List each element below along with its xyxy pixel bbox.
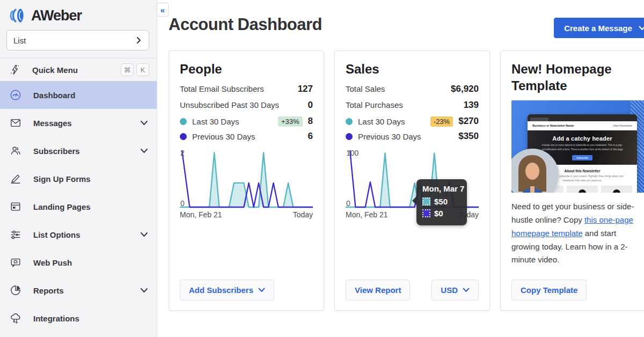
- legend-row: Last 30 Days -23% $270: [346, 116, 479, 127]
- tooltip-swatch-purple: [422, 209, 430, 217]
- promo-title: New! Homepage Template: [511, 61, 644, 94]
- pencil-icon: [9, 173, 22, 185]
- browser-chrome-bar: [528, 114, 637, 121]
- legend-dot-teal: [346, 118, 353, 125]
- legend-row: Last 30 Days +33% 8: [180, 116, 313, 127]
- quick-menu-label: Quick Menu: [32, 65, 118, 75]
- card-footer: View Report USD: [346, 280, 479, 301]
- mockup-subscribe-button: Subscribe: [572, 155, 592, 160]
- browser-window-icon: [9, 201, 22, 213]
- x-axis-start-label: Mon, Feb 21: [346, 210, 388, 219]
- sidebar-item-list-options[interactable]: List Options: [0, 221, 157, 248]
- homepage-template-card: New! Homepage Template Business or Newsl…: [500, 50, 644, 311]
- kbd-k-key: K: [136, 63, 149, 76]
- y-axis-tick: 0: [180, 199, 185, 208]
- sidebar-item-label: Messages: [33, 119, 140, 128]
- stat-label: Unsubscribed Past 30 Days: [180, 100, 279, 109]
- card-footer: Add Subscribers: [180, 280, 313, 301]
- sidebar-item-label: Landing Pages: [33, 202, 148, 211]
- stat-row: Total Purchases 139: [346, 100, 479, 111]
- dashboard-cards: People Total Email Subscribers 127 Unsub…: [157, 47, 644, 311]
- sales-card: Sales Total Sales $6,920 Total Purchases…: [334, 50, 490, 311]
- sidebar-item-label: Integrations: [33, 314, 148, 323]
- aweber-logo[interactable]: AWeber: [0, 0, 157, 29]
- chart-tooltip: Mon, Mar 7 $50 $0: [416, 179, 467, 225]
- logo-swirl-icon: [9, 7, 28, 24]
- legend-label: Previous 30 Days: [192, 132, 308, 141]
- chevron-down-icon: [140, 120, 148, 126]
- view-report-button[interactable]: View Report: [346, 280, 410, 301]
- sidebar-item-web-push[interactable]: Web Push: [0, 248, 157, 276]
- x-axis-labels: Mon, Feb 21 Today: [180, 210, 313, 219]
- quick-menu-item[interactable]: Quick Menu ⌘ K: [0, 58, 157, 81]
- y-axis-tick: 2: [180, 149, 185, 157]
- sidebar-item-landing-pages[interactable]: Landing Pages: [0, 193, 157, 221]
- legend-dot-purple: [346, 133, 353, 140]
- legend-row: Previous 30 Days $350: [346, 131, 479, 142]
- people-chart: 2 0 Mon, Feb 21 Today: [180, 150, 313, 219]
- sidebar-collapse-button[interactable]: «: [157, 3, 169, 17]
- sidebar-item-label: Dashboard: [33, 91, 148, 100]
- sidebar-item-label: List Options: [33, 230, 140, 239]
- tooltip-value: $50: [434, 197, 448, 206]
- copy-template-button[interactable]: Copy Template: [511, 280, 587, 301]
- arrow-circle-icon: ↑: [579, 189, 586, 193]
- stat-row: Total Email Subscribers 127: [180, 84, 313, 94]
- sidebar-item-subscribers[interactable]: Subscribers: [0, 137, 157, 165]
- people-icon: [9, 145, 22, 157]
- sidebar-item-label: Reports: [33, 286, 140, 295]
- mockup-nav-link: View Newsletter: [613, 124, 632, 127]
- legend-label: Last 30 Days: [192, 117, 278, 126]
- sidebar-item-reports[interactable]: Reports: [0, 276, 157, 304]
- chevron-down-icon: [140, 148, 148, 153]
- feature-cell: ↑: [567, 186, 598, 193]
- kbd-cmd-key: ⌘: [121, 63, 134, 76]
- tooltip-date: Mon, Mar 7: [422, 184, 461, 193]
- y-axis-tick: 0: [346, 199, 350, 208]
- card-title: People: [180, 61, 313, 77]
- legend-label: Last 30 Days: [358, 117, 430, 126]
- main-header: Account Dashboard Create a Message: [157, 0, 644, 47]
- sliders-icon: [9, 229, 22, 240]
- stat-value: $6,920: [451, 84, 479, 94]
- tooltip-row: $0: [422, 209, 461, 218]
- add-subscribers-button[interactable]: Add Subscribers: [180, 280, 274, 301]
- sidebar-item-label: Web Push: [33, 258, 148, 267]
- tooltip-row: $50: [422, 197, 461, 206]
- y-axis-tick: 100: [346, 149, 358, 157]
- template-preview-image: Business or Newsletter Name View Newslet…: [511, 100, 644, 193]
- legend-value: 6: [308, 131, 313, 142]
- stat-value: 0: [308, 100, 313, 111]
- chevron-down-icon: [463, 288, 470, 292]
- sidebar-menu: Quick Menu ⌘ K Dashboard Messages Subscr…: [0, 58, 157, 332]
- stat-value: 139: [464, 100, 479, 111]
- legend-dot-teal: [180, 118, 187, 125]
- feature-cell: ↑: [601, 186, 632, 193]
- stat-label: Total Purchases: [346, 100, 403, 109]
- create-message-button[interactable]: Create a Message: [554, 18, 644, 38]
- list-selector-label: List: [13, 36, 26, 45]
- mockup-hero-subtext: Include one or more options to subscribe…: [537, 143, 627, 151]
- x-axis-start-label: Mon, Feb 21: [180, 210, 222, 219]
- chevron-down-icon: [140, 288, 148, 293]
- stat-label: Total Sales: [346, 84, 385, 93]
- main-content: « Account Dashboard Create a Message Peo…: [157, 0, 644, 337]
- stat-row: Unsubscribed Past 30 Days 0: [180, 100, 313, 111]
- sidebar-item-integrations[interactable]: Integrations: [0, 304, 157, 332]
- x-axis-end-label: Today: [293, 210, 313, 219]
- lightning-icon: [9, 64, 21, 76]
- currency-select-button[interactable]: USD: [431, 280, 479, 301]
- sidebar-item-dashboard[interactable]: Dashboard: [0, 81, 157, 109]
- people-chart-plot[interactable]: 2 0: [180, 150, 313, 208]
- legend-dot-purple: [180, 133, 187, 140]
- chevron-down-icon: [639, 26, 644, 31]
- sales-chart-plot[interactable]: 100 0 Mon, Mar 7 $50 $0: [346, 150, 479, 208]
- browser-tab: [530, 118, 548, 121]
- gauge-icon: [9, 89, 22, 101]
- list-selector[interactable]: List: [6, 30, 149, 50]
- sidebar: AWeber List Quick Menu ⌘ K Dashboard Me: [0, 0, 157, 337]
- sidebar-item-messages[interactable]: Messages: [0, 109, 157, 137]
- sidebar-item-sign-up-forms[interactable]: Sign Up Forms: [0, 165, 157, 193]
- card-footer: Copy Template: [511, 280, 644, 301]
- pie-chart-icon: [9, 284, 22, 296]
